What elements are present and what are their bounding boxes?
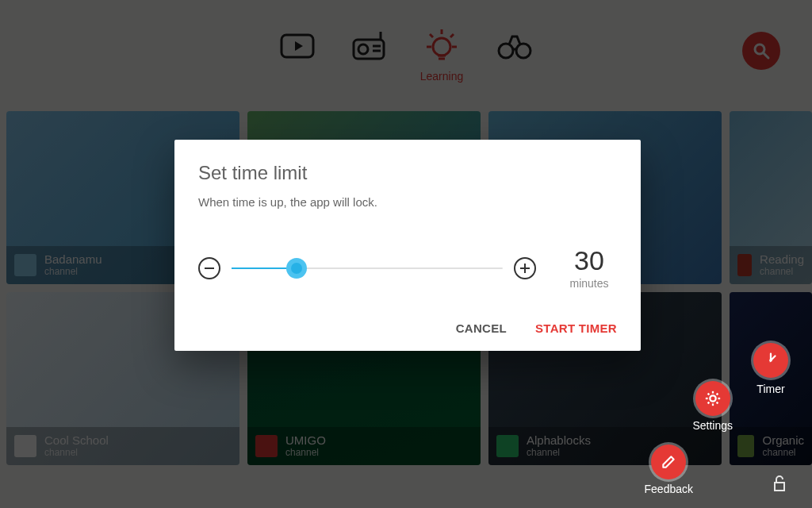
fab-timer-label: Timer	[756, 383, 784, 395]
increase-button[interactable]	[514, 257, 536, 279]
decrease-button[interactable]	[198, 257, 220, 279]
svg-point-19	[710, 395, 715, 401]
fab-feedback[interactable]	[651, 444, 686, 479]
fab-feedback-item: Feedback	[645, 444, 693, 495]
fab-feedback-label: Feedback	[645, 483, 693, 495]
dialog-actions: CANCEL START TIMER	[198, 321, 617, 335]
svg-line-26	[716, 394, 718, 395]
app-root: Learning Badanamuchannel Readingchannel …	[0, 0, 812, 508]
fab-settings[interactable]	[695, 381, 730, 416]
svg-point-18	[769, 359, 772, 362]
fab-timer-item: Timer	[753, 343, 788, 395]
value-display: 30 minutes	[561, 247, 617, 290]
plus-icon-v	[524, 264, 526, 273]
start-timer-button[interactable]: START TIMER	[535, 321, 617, 335]
value-number: 30	[561, 247, 617, 274]
value-unit: minutes	[561, 277, 617, 290]
fab-timer[interactable]	[753, 343, 788, 378]
svg-line-25	[716, 402, 718, 404]
time-limit-dialog: Set time limit When time is up, the app …	[174, 140, 641, 351]
dialog-description: When time is up, the app will lock.	[198, 195, 617, 209]
fab-settings-label: Settings	[692, 419, 733, 432]
minus-icon	[205, 267, 214, 269]
svg-line-27	[707, 402, 709, 404]
cancel-button[interactable]: CANCEL	[456, 321, 507, 335]
svg-line-24	[707, 394, 709, 395]
lock-icon[interactable]	[772, 475, 787, 495]
timer-icon	[762, 352, 779, 369]
slider-row: 30 minutes	[198, 247, 617, 290]
pencil-icon	[661, 454, 676, 470]
dialog-title: Set time limit	[198, 162, 617, 184]
slider-thumb[interactable]	[286, 258, 307, 279]
fab-settings-item: Settings	[692, 381, 733, 432]
gear-icon	[704, 390, 722, 407]
time-slider[interactable]	[232, 267, 503, 269]
